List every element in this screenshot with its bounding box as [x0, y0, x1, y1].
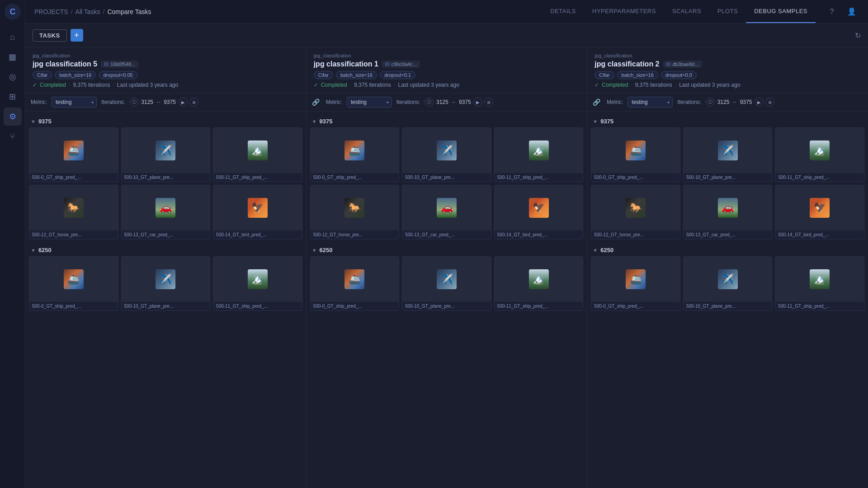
iter-play-icon[interactable]: ▶	[179, 98, 188, 107]
tab-plots[interactable]: PLOTS	[709, 0, 746, 23]
iter-stop-icon[interactable]: ⊗	[765, 98, 774, 107]
iter-controls: ⓘ 3125 ↔ 9375 ▶ ⊗	[425, 98, 493, 107]
status-label: Completed	[40, 82, 66, 88]
help-icon[interactable]: ?	[825, 5, 839, 19]
image-card[interactable]: ✈️500-10_GT_plane_pre...	[683, 256, 773, 311]
task-status: ✓ Completed · 9,375 iterations · Last up…	[33, 82, 299, 88]
image-card[interactable]: 🚢500-0_GT_ship_pred_...	[310, 256, 400, 311]
image-card[interactable]: ✈️500-10_GT_plane_pre...	[402, 256, 491, 311]
link-icon[interactable]: 🔗	[593, 99, 600, 106]
image-card[interactable]: 🚢500-0_GT_ship_pred_...	[591, 256, 680, 311]
sidebar-icon-table[interactable]: ▦	[4, 48, 22, 66]
tag[interactable]: Cifar	[594, 71, 614, 79]
iter-play-icon[interactable]: ▶	[755, 98, 764, 107]
iter-info-icon[interactable]: ⓘ	[706, 98, 715, 107]
image-card[interactable]: 🐎500-12_GT_horse_pre...	[310, 185, 400, 239]
image-thumb: ✈️	[402, 257, 491, 302]
status-sep: ·	[631, 82, 632, 88]
task-name-row: jpg classification 1ID c9bc0a4c...	[314, 60, 580, 68]
image-card[interactable]: 🦅500-14_GT_bird_pred_...	[775, 185, 864, 239]
iter-stop-icon[interactable]: ⊗	[189, 98, 198, 107]
tag[interactable]: dropout=0.0	[661, 71, 697, 79]
image-card[interactable]: 🚗500-13_GT_car_pred_...	[402, 185, 491, 239]
image-caption: 500-10_GT_plane_pre...	[684, 302, 772, 310]
image-card[interactable]: ✈️500-10_GT_plane_pre...	[121, 127, 211, 182]
image-thumb: 🏔️	[213, 257, 302, 302]
image-card[interactable]: ✈️500-10_GT_plane_pre...	[402, 127, 491, 182]
task-category: jpg_classification	[314, 53, 580, 58]
image-card[interactable]: 🏔️500-11_GT_ship_pred_...	[213, 127, 302, 182]
section-iter-value: 6250	[600, 247, 613, 253]
tag[interactable]: Cifar	[314, 71, 333, 79]
refresh-icon[interactable]: ↻	[855, 31, 861, 40]
sidebar-icon-home[interactable]: ⌂	[4, 28, 22, 46]
metric-select[interactable]: testing	[627, 97, 673, 108]
tag[interactable]: dropout=0.05	[99, 71, 137, 79]
status-label: Completed	[602, 82, 628, 88]
image-card[interactable]: 🏔️500-11_GT_ship_pred_...	[494, 256, 584, 311]
image-card[interactable]: 🏔️500-11_GT_ship_pred_...	[213, 256, 302, 311]
iter-info-icon[interactable]: ⓘ	[425, 98, 434, 107]
image-thumb: 🐎	[311, 185, 399, 230]
section-header-6250[interactable]: ▼ 6250	[310, 244, 584, 256]
image-card[interactable]: ✈️500-10_GT_plane_pre...	[683, 127, 773, 182]
section-header-9375[interactable]: ▼ 9375	[29, 115, 302, 127]
sidebar-icon-graph[interactable]: ◎	[4, 68, 22, 86]
tab-scalars[interactable]: SCALARS	[664, 0, 709, 23]
iter-stop-icon[interactable]: ⊗	[484, 98, 493, 107]
image-caption: 500-0_GT_ship_pred_...	[29, 173, 118, 182]
iter-play-icon[interactable]: ▶	[473, 98, 482, 107]
image-card[interactable]: 🦅500-14_GT_bird_pred_...	[494, 185, 584, 239]
task-name-row: jpg classification 2ID db3bae8d...	[594, 60, 861, 68]
sidebar-icon-layers[interactable]: ⊞	[4, 88, 22, 106]
tag[interactable]: dropout=0.1	[380, 71, 415, 79]
task-name: jpg classification 2	[594, 60, 659, 68]
image-thumb: 🚢	[29, 257, 118, 302]
tag[interactable]: Cifar	[33, 71, 52, 79]
image-card[interactable]: ✈️500-10_GT_plane_pre...	[121, 256, 211, 311]
task-header-1: jpg_classificationjpg classification 5ID…	[25, 47, 306, 93]
image-card[interactable]: 🐎500-12_GT_horse_pre...	[29, 185, 118, 239]
image-card[interactable]: 🏔️500-11_GT_ship_pred_...	[775, 256, 864, 311]
image-caption: 500-11_GT_ship_pred_...	[775, 302, 864, 310]
section-header-6250[interactable]: ▼ 6250	[591, 244, 864, 256]
user-icon[interactable]: 👤	[844, 5, 859, 19]
section-header-9375[interactable]: ▼ 9375	[591, 115, 864, 127]
iter-end-value: 9375	[458, 99, 472, 105]
tag[interactable]: batch_size=16	[336, 71, 377, 79]
image-card[interactable]: 🚗500-13_GT_car_pred_...	[683, 185, 773, 239]
metric-select[interactable]: testing	[52, 97, 97, 108]
image-card[interactable]: 🚢500-0_GT_ship_pred_...	[591, 127, 680, 182]
image-card[interactable]: 🦅500-14_GT_bird_pred_...	[213, 185, 302, 239]
metric-select[interactable]: testing	[347, 97, 392, 108]
breadcrumb-projects[interactable]: PROJECTS	[34, 8, 68, 15]
image-caption: 500-11_GT_ship_pred_...	[213, 173, 302, 182]
tasks-button[interactable]: TASKS	[33, 29, 67, 42]
sidebar-icon-branch[interactable]: ⑂	[4, 127, 22, 145]
tab-hyperparameters[interactable]: HYPERPARAMETERS	[584, 0, 664, 23]
app-logo[interactable]: C	[5, 4, 21, 20]
image-thumb: ✈️	[684, 128, 772, 173]
image-card[interactable]: 🚢500-0_GT_ship_pred_...	[310, 127, 400, 182]
image-card[interactable]: 🚗500-13_GT_car_pred_...	[121, 185, 211, 239]
image-card[interactable]: 🏔️500-11_GT_ship_pred_...	[775, 127, 864, 182]
iter-start-value: 3125	[141, 99, 154, 105]
breadcrumb-all-tasks[interactable]: All Tasks	[75, 8, 100, 15]
tag[interactable]: batch_size=16	[55, 71, 96, 79]
iter-info-icon[interactable]: ⓘ	[130, 98, 139, 107]
section-header-6250[interactable]: ▼ 6250	[29, 244, 302, 256]
section-header-9375[interactable]: ▼ 9375	[310, 115, 584, 127]
image-card[interactable]: 🐎500-12_GT_horse_pre...	[591, 185, 680, 239]
image-card[interactable]: 🚢500-0_GT_ship_pred_...	[29, 127, 118, 182]
image-card[interactable]: 🚢500-0_GT_ship_pred_...	[29, 256, 118, 311]
add-task-button[interactable]: +	[71, 29, 83, 42]
link-icon[interactable]: 🔗	[312, 99, 320, 106]
image-caption: 500-0_GT_ship_pred_...	[29, 302, 118, 310]
sidebar-icon-settings[interactable]: ⚙	[4, 108, 22, 126]
breadcrumb-current: Compare Tasks	[107, 8, 151, 15]
tag[interactable]: batch_size=16	[617, 71, 658, 79]
tab-details[interactable]: DETAILS	[542, 0, 584, 23]
image-thumb: 🦅	[775, 185, 864, 230]
tab-debug-samples[interactable]: DEBUG SAMPLES	[746, 0, 816, 23]
image-card[interactable]: 🏔️500-11_GT_ship_pred_...	[494, 127, 584, 182]
